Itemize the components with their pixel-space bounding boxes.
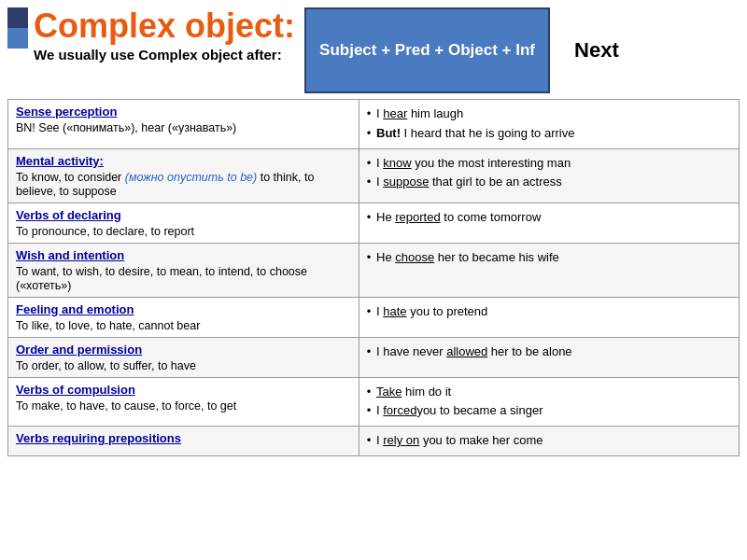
underlined-verb: choose — [395, 250, 434, 264]
table-row: Feeling and emotionTo like, to love, to … — [8, 297, 740, 337]
right-cell: • Take him do it• I forcedyou to became … — [359, 377, 739, 427]
example-line: • I rely on you to make her come — [367, 431, 731, 451]
bullet-point: • — [367, 156, 374, 170]
category-title: Order and permission — [16, 343, 351, 357]
category-title: Wish and intention — [16, 248, 351, 262]
category-desc: To order, to allow, to suffer, to have — [16, 359, 196, 372]
table-row: Verbs of compulsionTo make, to have, to … — [8, 377, 740, 427]
left-cell: Feeling and emotionTo like, to love, to … — [8, 297, 359, 337]
left-cell: Verbs of compulsionTo make, to have, to … — [8, 377, 359, 427]
example-line: • I suppose that girl to be an actress — [367, 173, 731, 192]
category-desc: To know, to consider (можно опустить to … — [16, 171, 314, 198]
category-title: Feeling and emotion — [16, 302, 351, 316]
category-title: Verbs of compulsion — [16, 383, 351, 397]
left-cell: Verbs of declaringTo pronounce, to decla… — [8, 203, 359, 243]
category-title: Verbs requiring prepositions — [16, 431, 351, 445]
category-desc: To like, to love, to hate, cannot bear — [16, 319, 200, 332]
bullet-point: • — [367, 433, 374, 447]
table-row: Verbs requiring prepositions• I rely on … — [8, 427, 740, 456]
corner-decoration — [7, 7, 28, 93]
bullet-point: • — [367, 403, 374, 417]
bullet-point: • — [367, 250, 374, 264]
category-desc: To make, to have, to cause, to force, to… — [16, 399, 236, 413]
category-desc: To pronounce, to declare, to report — [16, 225, 194, 238]
bullet-point: • — [367, 210, 374, 224]
next-button[interactable]: Next — [557, 7, 636, 93]
blue-square — [7, 28, 28, 49]
bullet-point: • — [367, 385, 374, 399]
right-cell: • I hear him laugh• But! I heard that he… — [359, 100, 739, 149]
bullet-point: • — [367, 304, 374, 318]
underlined-verb: reported — [395, 210, 440, 224]
example-line: • I hate you to pretend — [367, 302, 731, 322]
title-section: Complex object: We usually use Complex o… — [34, 7, 295, 93]
dark-square — [7, 7, 28, 28]
left-cell: Order and permissionTo order, to allow, … — [8, 337, 359, 377]
underlined-verb: hate — [383, 304, 406, 318]
table-row: Verbs of declaringTo pronounce, to decla… — [8, 203, 740, 243]
right-cell: • He reported to come tomorrow — [359, 203, 739, 243]
bullet-point: • — [367, 344, 374, 358]
category-desc: To want, to wish, to desire, to mean, to… — [16, 265, 307, 292]
underlined-verb: suppose — [383, 175, 429, 189]
formula-text: Subject + Pred + Object + Inf — [319, 41, 535, 60]
table-row: Mental activity:To know, to consider (мо… — [8, 148, 740, 203]
header: Complex object: We usually use Complex o… — [0, 0, 747, 93]
example-line: • He choose her to became his wife — [367, 248, 731, 268]
example-line: • I know you the most interesting man — [367, 154, 731, 174]
example-line: • He reported to come tomorrow — [367, 208, 731, 228]
underlined-verb: allowed — [446, 344, 487, 358]
table-row: Sense perceptionBN! See («понимать»), he… — [8, 100, 740, 149]
page-subtitle: We usually use Complex object after: — [34, 47, 295, 63]
table-row: Wish and intentionTo want, to wish, to d… — [8, 243, 740, 297]
formula-box: Subject + Pred + Object + Inf — [304, 7, 550, 93]
category-title: Verbs of declaring — [16, 208, 351, 222]
right-cell: • I hate you to pretend — [359, 297, 739, 337]
right-cell: • He choose her to became his wife — [359, 243, 739, 297]
underlined-verb: rely on — [383, 433, 419, 447]
category-desc: BN! See («понимать»), hear («узнавать») — [16, 121, 236, 134]
example-line: • Take him do it — [367, 383, 731, 402]
example-line: • But! I heard that he is going to arriv… — [367, 124, 731, 144]
underlined-verb: Take — [376, 385, 402, 399]
bullet-point: • — [367, 126, 374, 140]
category-title: Mental activity: — [16, 154, 351, 168]
left-cell: Wish and intentionTo want, to wish, to d… — [8, 243, 359, 297]
bullet-point: • — [367, 175, 374, 189]
underlined-verb: hear — [383, 106, 407, 120]
example-line: • I forcedyou to became a singer — [367, 401, 731, 421]
content-table: Sense perceptionBN! See («понимать»), he… — [7, 99, 740, 456]
right-cell: • I know you the most interesting man• I… — [359, 148, 739, 203]
bullet-point: • — [367, 106, 374, 120]
table-row: Order and permissionTo order, to allow, … — [8, 337, 740, 377]
example-line: • I have never allowed her to be alone — [367, 343, 731, 362]
left-cell: Sense perceptionBN! See («понимать»), he… — [8, 100, 359, 149]
title-area: Complex object: We usually use Complex o… — [7, 7, 295, 93]
right-cell: • I rely on you to make her come — [359, 427, 739, 456]
left-cell: Verbs requiring prepositions — [8, 427, 359, 456]
right-cell: • I have never allowed her to be alone — [359, 337, 739, 377]
page-title: Complex object: — [34, 7, 295, 45]
bold-text: But! — [376, 126, 404, 140]
left-cell: Mental activity:To know, to consider (мо… — [8, 148, 359, 203]
underlined-verb: know — [383, 156, 411, 170]
example-line: • I hear him laugh — [367, 105, 731, 124]
underlined-verb: forced — [383, 403, 416, 417]
category-title: Sense perception — [16, 105, 351, 119]
